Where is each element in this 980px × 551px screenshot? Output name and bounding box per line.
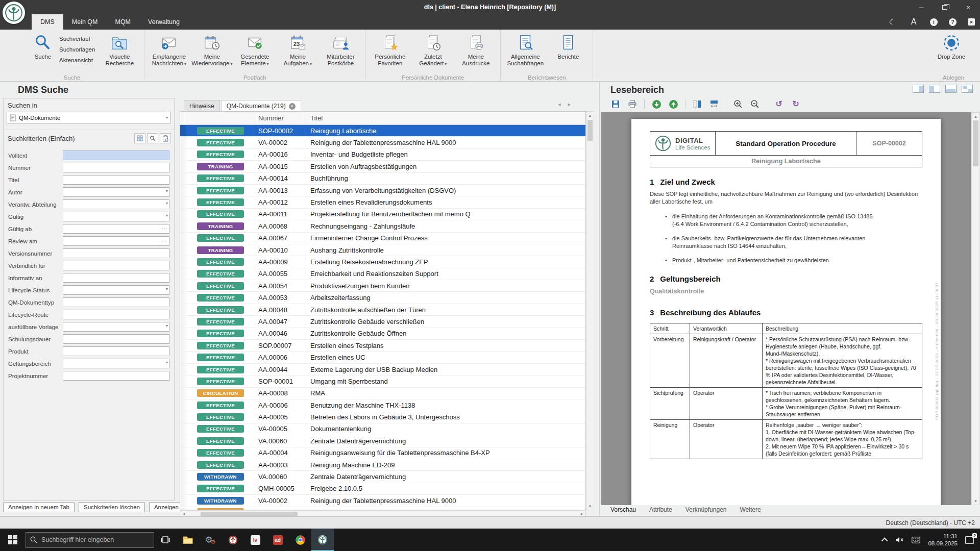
scroll-down-icon[interactable]: ▾ — [972, 498, 979, 504]
font-size-icon[interactable]: A — [909, 17, 919, 27]
maximize-button[interactable] — [933, 0, 957, 14]
chrome-icon[interactable] — [289, 529, 311, 551]
ribbon-button[interactable]: Gesendete Elemente▾ — [233, 31, 276, 67]
row-select-gutter[interactable] — [180, 423, 186, 435]
info-icon[interactable]: i — [930, 18, 938, 26]
row-select-gutter[interactable] — [180, 196, 186, 208]
save-icon[interactable] — [610, 99, 621, 109]
ribbon-tab-mqm[interactable]: MQM — [106, 14, 139, 30]
layout-split-icon[interactable] — [929, 85, 940, 93]
row-select-gutter[interactable] — [180, 483, 186, 494]
results-tab[interactable]: Hinweise — [184, 100, 220, 111]
table-row[interactable]: EFFECTIVE AA-00012 Erstellen eines Reval… — [180, 196, 585, 208]
table-row[interactable]: EFFECTIVE AA-00009 Erstellung Reisekoste… — [180, 256, 585, 268]
reader-tab[interactable]: Verknüpfungen — [685, 506, 727, 513]
row-select-gutter[interactable] — [180, 352, 186, 363]
print-icon[interactable] — [627, 99, 638, 109]
table-row[interactable]: EFFECTIVE AA-00004 Reinigungsanweisung f… — [180, 447, 585, 459]
row-select-gutter[interactable] — [180, 304, 186, 315]
results-vertical-scrollbar[interactable]: ▴ ▾ — [586, 111, 594, 510]
search-scope-dropdown[interactable]: QM-Dokumente ▾ — [7, 112, 171, 123]
row-select-gutter[interactable] — [180, 137, 186, 148]
grid-view-icon[interactable] — [134, 133, 145, 143]
dropdown-arrow-icon[interactable]: ▾ — [166, 323, 168, 328]
row-select-gutter[interactable] — [180, 447, 186, 459]
ribbon-button[interactable]: Persönliche Favoriten — [369, 31, 411, 67]
anzeigen-button[interactable]: Anzeigen — [149, 502, 184, 512]
settings-gears-icon[interactable]: ⚙⚙ — [199, 529, 222, 551]
ellipsis-button[interactable]: ... — [162, 224, 167, 230]
table-row[interactable]: EFFECTIVE AA.00046 Zutrittskontrolle Geb… — [180, 328, 585, 340]
search-field-input[interactable] — [63, 175, 169, 185]
row-select-gutter[interactable] — [180, 185, 186, 196]
table-row[interactable]: EFFECTIVE SOP-00002 Reinigung Labortisch… — [180, 125, 585, 137]
search-field-input[interactable] — [63, 261, 169, 270]
table-row[interactable]: EFFECTIVE AA.00053 Arbeitszeiterfassung — [180, 292, 585, 304]
table-row[interactable]: EFFECTIVE AA.00047 Zutrittskontrolle Geb… — [180, 316, 585, 328]
rotate-right-icon[interactable]: ↻ — [791, 99, 801, 109]
task-view-button[interactable] — [154, 529, 177, 551]
zoom-in-icon[interactable] — [733, 99, 743, 109]
table-row[interactable]: EFFECTIVE VA-00005 Dokumentenlenkung — [180, 423, 585, 435]
zoom-out-icon[interactable] — [750, 99, 760, 109]
tab-close-icon[interactable]: × — [289, 103, 296, 110]
table-row[interactable]: CIRCULATION AA-00008 RMA — [180, 388, 585, 399]
rotate-left-icon[interactable]: ↺ — [774, 99, 784, 109]
table-row[interactable]: WITHDRAWN VA-00002 Reinigung der Tablett… — [180, 495, 585, 507]
fit-width-icon[interactable] — [709, 99, 719, 109]
row-select-gutter[interactable] — [180, 220, 186, 232]
row-select-gutter[interactable] — [180, 340, 186, 351]
search-field-input[interactable] — [63, 273, 169, 283]
table-row[interactable]: EFFECTIVE AA-00011 Projekterstellung für… — [180, 209, 585, 220]
dropdown-arrow-icon[interactable]: ▾ — [166, 189, 168, 193]
table-row[interactable]: TRAINING AA-00015 Erstellen von Auftrags… — [180, 161, 585, 172]
clipboard-icon[interactable] — [160, 133, 171, 143]
table-row[interactable]: TRAINING AA.00068 Rechnungseingang - Zah… — [180, 220, 585, 232]
row-select-gutter[interactable] — [180, 173, 186, 184]
table-row[interactable]: EFFECTIVE AA-00003 Reinigung Maschine ED… — [180, 459, 585, 471]
touch-keyboard-icon[interactable] — [912, 537, 920, 543]
table-row[interactable]: EFFECTIVE AA-00014 Buchführung — [180, 173, 585, 185]
row-select-gutter[interactable] — [180, 244, 186, 256]
ribbon-small-button[interactable]: Suchvorlagen — [59, 46, 95, 53]
ribbon-small-button[interactable]: Suchverlauf — [59, 36, 95, 42]
row-select-gutter[interactable] — [180, 411, 186, 422]
reader-tab[interactable]: Vorschau — [610, 506, 636, 513]
anzeigen-neuem-tab-button[interactable]: Anzeigen in neuem Tab — [3, 502, 75, 512]
file-explorer-icon[interactable] — [177, 529, 199, 551]
row-select-gutter[interactable] — [180, 471, 186, 482]
row-select-gutter[interactable] — [180, 435, 186, 446]
dropdown-arrow-icon[interactable]: ▾ — [166, 360, 168, 365]
reader-tab[interactable]: Weitere — [740, 506, 761, 513]
ribbon-button[interactable]: Berichte — [547, 31, 590, 60]
table-row[interactable]: EFFECTIVE AA-00005 Betreten des Labors i… — [180, 411, 585, 423]
table-row[interactable]: EFFECTIVE AA.00044 Externe Lagerung der … — [180, 364, 585, 375]
row-select-gutter[interactable] — [180, 256, 186, 267]
suchkriterien-loeschen-button[interactable]: Suchkriterien löschen — [79, 502, 145, 512]
row-select-gutter[interactable] — [180, 280, 186, 291]
scroll-up-icon[interactable]: ▴ — [972, 114, 979, 119]
ribbon-button[interactable]: 23 Meine Aufgaben▾ — [276, 31, 319, 67]
action-center-icon[interactable]: 2 — [965, 536, 974, 544]
scroll-up-icon[interactable]: ▴ — [586, 113, 594, 118]
row-select-gutter[interactable] — [180, 459, 186, 470]
scroll-down-icon[interactable]: ▾ — [586, 504, 594, 509]
help-icon[interactable]: ? — [949, 18, 957, 26]
search-field-input[interactable] — [63, 346, 169, 356]
preview-vertical-scrollbar[interactable]: ▴ ▾ — [971, 112, 980, 505]
ribbon-button[interactable]: Meine Ausdrucke — [454, 31, 497, 67]
search-settings-icon[interactable] — [147, 133, 158, 143]
search-field-input[interactable] — [63, 297, 169, 307]
search-field-input[interactable]: ▾ — [63, 212, 169, 221]
table-row[interactable]: EFFECTIVE VA-00002 Reinigung der Tablett… — [180, 137, 585, 148]
tab-scroll-right-icon[interactable]: ▸ — [568, 101, 571, 108]
table-row[interactable]: EFFECTIVE QMH-00005 Freigebe 2.10.0.5 — [180, 483, 585, 495]
ribbon-tab-verwaltung[interactable]: Verwaltung — [139, 14, 188, 30]
ribbon-button[interactable]: Empfangene Nachrichten▾ — [148, 31, 190, 67]
ribbon-button[interactable]: Allgemeine Suchabfragen — [504, 31, 547, 67]
dropdown-arrow-icon[interactable]: ▾ — [166, 213, 168, 218]
scroll-up-page-icon[interactable] — [668, 99, 678, 109]
table-row[interactable]: EFFECTIVE AA.00054 Produktivsetzungen be… — [180, 280, 585, 292]
dropdown-arrow-icon[interactable]: ▾ — [166, 201, 168, 206]
row-select-gutter[interactable] — [180, 364, 186, 375]
